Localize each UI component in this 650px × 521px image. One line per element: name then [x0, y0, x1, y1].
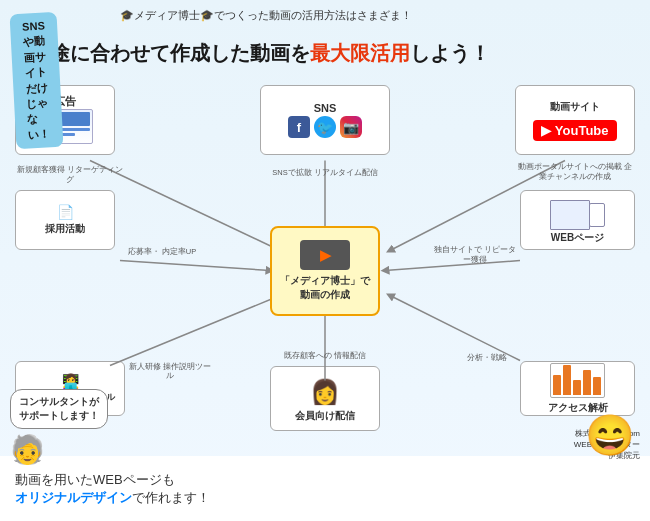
- header-subtitle: 🎓メディア博士🎓でつくった動画の活用方法はさまざま！: [120, 8, 640, 23]
- sns-icons: f 🐦 📷: [288, 116, 362, 138]
- svg-line-5: [110, 296, 280, 366]
- access-box: アクセス解析: [520, 361, 635, 416]
- ad-arrow-label: 新規顧客獲得 リターゲティング: [15, 165, 125, 185]
- consultant-section: コンサルタントが サポートします！ 🧓: [10, 389, 108, 466]
- bottom-text: 動画を用いたWEBページも オリジナルデザインで作れます！: [15, 471, 635, 507]
- web-box: WEBページ: [520, 190, 635, 250]
- company-arrow-label: 新人研修 操作説明ツール: [125, 362, 215, 382]
- member-box: 👩 会員向け配信: [270, 366, 380, 431]
- recruit-arrow-label: 応募率・ 内定率UP: [122, 247, 202, 257]
- webpage-illustration: [550, 195, 605, 228]
- member-arrow-label: 既存顧客への 情報配信: [275, 351, 375, 361]
- center-box: 「メディア博士」で 動画の作成: [270, 226, 380, 316]
- twitter-icon: 🐦: [314, 116, 336, 138]
- banner-text: SNSや動画サイト だけじゃない！: [9, 12, 63, 149]
- consultant-figure: 🧓: [10, 433, 108, 466]
- access-arrow-label: 分析・戦略: [452, 353, 522, 363]
- facebook-icon: f: [288, 116, 310, 138]
- video-site-box: 動画サイト ▶ YouTube: [515, 85, 635, 155]
- chart-illustration: [550, 363, 605, 398]
- member-illustration: 👩: [305, 374, 345, 409]
- main-container: SNSや動画サイト だけじゃない！ 🎓メディア博士🎓でつくった動画の活用方法はさ…: [0, 0, 650, 521]
- sns-arrow-label: SNSで拡散 リアルタイム配信: [265, 168, 385, 178]
- recruit-box: 📄 採用活動: [15, 190, 115, 250]
- person-figure: 😄: [585, 412, 635, 459]
- main-title: 用途に合わせて作成した動画を最大限活用しよう！: [30, 40, 640, 67]
- svg-line-7: [390, 296, 520, 361]
- web-arrow-label: 独自サイトで リピーター獲得: [430, 245, 520, 265]
- consultant-bubble: コンサルタントが サポートします！: [10, 389, 108, 429]
- youtube-logo: ▶ YouTube: [533, 120, 616, 141]
- sns-box: SNS f 🐦 📷: [260, 85, 390, 155]
- video-play-icon: [300, 240, 350, 270]
- svg-line-3: [120, 261, 270, 271]
- instagram-icon: 📷: [340, 116, 362, 138]
- video-arrow-label: 動画ポータルサイトへの掲載 企業チャンネルの作成: [515, 162, 635, 182]
